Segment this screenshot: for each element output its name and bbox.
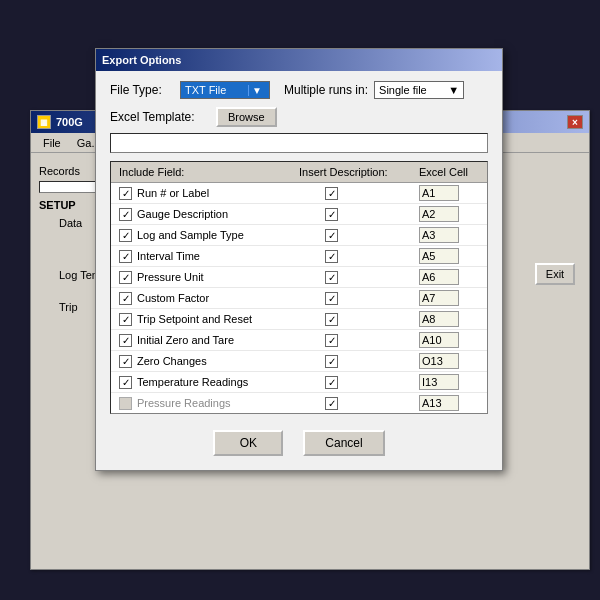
excel-cell-input[interactable] bbox=[419, 374, 459, 390]
insert-description-cell bbox=[295, 354, 415, 369]
file-type-label: File Type: bbox=[110, 83, 174, 97]
include-field-cell: Initial Zero and Tare bbox=[115, 333, 295, 348]
excel-cell-input[interactable] bbox=[419, 332, 459, 348]
excel-cell-input[interactable] bbox=[419, 269, 459, 285]
include-checkbox[interactable] bbox=[119, 292, 132, 305]
include-checkbox[interactable] bbox=[119, 187, 132, 200]
include-checkbox[interactable] bbox=[119, 229, 132, 242]
table-row: Gauge Description bbox=[111, 204, 487, 225]
include-checkbox[interactable] bbox=[119, 313, 132, 326]
exit-button[interactable]: Exit bbox=[535, 263, 575, 285]
field-label: Zero Changes bbox=[137, 355, 207, 367]
excel-cell-cell bbox=[415, 268, 495, 286]
table-row: Zero Changes bbox=[111, 351, 487, 372]
export-options-dialog: Export Options File Type: TXT File ▼ Mul… bbox=[95, 48, 503, 471]
excel-cell-input[interactable] bbox=[419, 248, 459, 264]
insert-checkbox[interactable] bbox=[325, 292, 338, 305]
include-checkbox[interactable] bbox=[119, 334, 132, 347]
include-field-cell: Pressure Readings bbox=[115, 396, 295, 411]
insert-checkbox[interactable] bbox=[325, 187, 338, 200]
excel-cell-cell bbox=[415, 394, 495, 412]
single-file-arrow-icon: ▼ bbox=[448, 84, 459, 96]
excel-cell-input[interactable] bbox=[419, 227, 459, 243]
excel-cell-input[interactable] bbox=[419, 395, 459, 411]
excel-cell-cell bbox=[415, 205, 495, 223]
insert-checkbox[interactable] bbox=[325, 355, 338, 368]
bg-title: 700G bbox=[56, 116, 83, 128]
insert-checkbox[interactable] bbox=[325, 313, 338, 326]
include-field-cell: Trip Setpoint and Reset bbox=[115, 312, 295, 327]
include-checkbox[interactable] bbox=[119, 376, 132, 389]
excel-cell-input[interactable] bbox=[419, 290, 459, 306]
single-file-value: Single file bbox=[379, 84, 427, 96]
excel-cell-cell bbox=[415, 247, 495, 265]
insert-checkbox[interactable] bbox=[325, 250, 338, 263]
button-row: OK Cancel bbox=[110, 424, 488, 460]
insert-description-cell bbox=[295, 207, 415, 222]
table-row: Trip Setpoint and Reset bbox=[111, 309, 487, 330]
field-label: Pressure Readings bbox=[137, 397, 231, 409]
insert-description-cell bbox=[295, 312, 415, 327]
insert-checkbox[interactable] bbox=[325, 397, 338, 410]
excel-path-input[interactable] bbox=[110, 133, 488, 153]
insert-description-cell bbox=[295, 291, 415, 306]
field-label: Custom Factor bbox=[137, 292, 209, 304]
table-row: Custom Factor bbox=[111, 288, 487, 309]
cancel-button[interactable]: Cancel bbox=[303, 430, 384, 456]
field-label: Temperature Readings bbox=[137, 376, 248, 388]
table-row: Pressure Unit bbox=[111, 267, 487, 288]
insert-description-cell bbox=[295, 396, 415, 411]
bg-close-button[interactable]: × bbox=[567, 115, 583, 129]
excel-cell-input[interactable] bbox=[419, 353, 459, 369]
multiple-runs-label: Multiple runs in: bbox=[284, 83, 368, 97]
field-label: Log and Sample Type bbox=[137, 229, 244, 241]
fields-table: Include Field: Insert Description: Excel… bbox=[110, 161, 488, 414]
insert-description-cell bbox=[295, 249, 415, 264]
excel-cell-input[interactable] bbox=[419, 185, 459, 201]
insert-description-cell bbox=[295, 186, 415, 201]
include-checkbox[interactable] bbox=[119, 250, 132, 263]
include-checkbox[interactable] bbox=[119, 355, 132, 368]
field-label: Pressure Unit bbox=[137, 271, 204, 283]
insert-checkbox[interactable] bbox=[325, 376, 338, 389]
dialog-title: Export Options bbox=[102, 54, 181, 66]
field-label: Initial Zero and Tare bbox=[137, 334, 234, 346]
field-label: Run # or Label bbox=[137, 187, 209, 199]
include-field-cell: Log and Sample Type bbox=[115, 228, 295, 243]
insert-checkbox[interactable] bbox=[325, 229, 338, 242]
insert-description-cell bbox=[295, 270, 415, 285]
include-field-cell: Zero Changes bbox=[115, 354, 295, 369]
insert-description-cell bbox=[295, 375, 415, 390]
include-field-cell: Interval Time bbox=[115, 249, 295, 264]
include-field-cell: Temperature Readings bbox=[115, 375, 295, 390]
include-checkbox[interactable] bbox=[119, 208, 132, 221]
bg-menu-file[interactable]: File bbox=[35, 135, 69, 151]
file-type-value: TXT File bbox=[185, 84, 226, 96]
excel-cell-input[interactable] bbox=[419, 206, 459, 222]
table-row: Interval Time bbox=[111, 246, 487, 267]
browse-button[interactable]: Browse bbox=[216, 107, 277, 127]
insert-checkbox[interactable] bbox=[325, 208, 338, 221]
field-label: Trip Setpoint and Reset bbox=[137, 313, 252, 325]
excel-cell-input[interactable] bbox=[419, 311, 459, 327]
table-row: Pressure Readings bbox=[111, 393, 487, 413]
excel-template-label: Excel Template: bbox=[110, 110, 210, 124]
table-header: Include Field: Insert Description: Excel… bbox=[111, 162, 487, 183]
dialog-titlebar: Export Options bbox=[96, 49, 502, 71]
field-label: Gauge Description bbox=[137, 208, 228, 220]
insert-checkbox[interactable] bbox=[325, 271, 338, 284]
include-field-cell: Gauge Description bbox=[115, 207, 295, 222]
excel-cell-cell bbox=[415, 310, 495, 328]
header-description: Insert Description: bbox=[295, 164, 415, 180]
insert-description-cell bbox=[295, 228, 415, 243]
include-checkbox[interactable] bbox=[119, 271, 132, 284]
field-label: Interval Time bbox=[137, 250, 200, 262]
include-field-cell: Custom Factor bbox=[115, 291, 295, 306]
ok-button[interactable]: OK bbox=[213, 430, 283, 456]
single-file-dropdown[interactable]: Single file ▼ bbox=[374, 81, 464, 99]
file-type-dropdown[interactable]: TXT File ▼ bbox=[180, 81, 270, 99]
excel-cell-cell bbox=[415, 184, 495, 202]
file-type-arrow-icon: ▼ bbox=[248, 85, 265, 96]
insert-checkbox[interactable] bbox=[325, 334, 338, 347]
excel-cell-cell bbox=[415, 352, 495, 370]
